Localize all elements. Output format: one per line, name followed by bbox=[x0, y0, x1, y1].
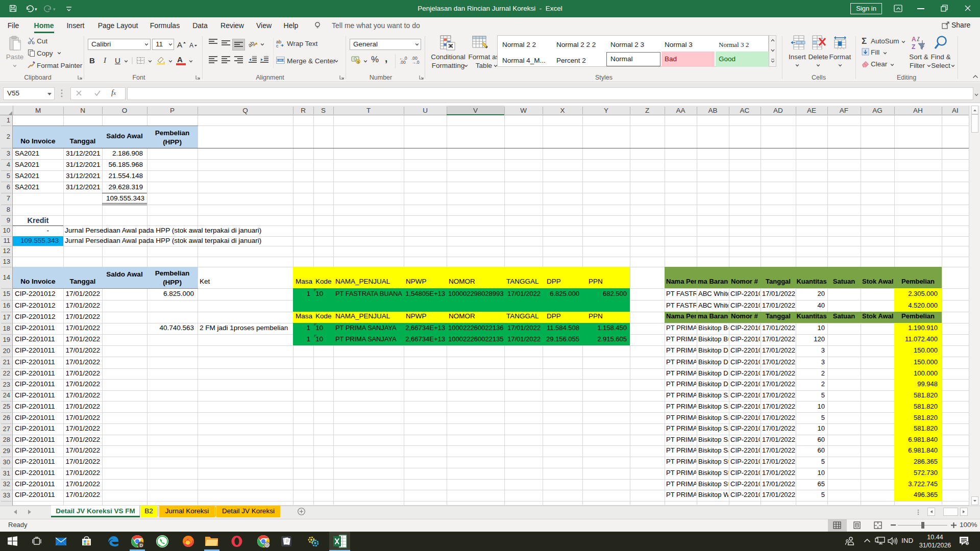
svg-text:$: $ bbox=[357, 60, 360, 64]
svg-text:A: A bbox=[189, 42, 193, 49]
svg-text:.00: .00 bbox=[400, 60, 406, 64]
svg-text:ab: ab bbox=[249, 40, 255, 48]
svg-text:A: A bbox=[912, 36, 916, 43]
svg-text:→.0: →.0 bbox=[411, 60, 420, 64]
svg-text:Z: Z bbox=[912, 43, 915, 51]
svg-text:D: D bbox=[140, 543, 143, 548]
svg-text:c: c bbox=[276, 43, 279, 48]
svg-text:A: A bbox=[177, 40, 182, 49]
